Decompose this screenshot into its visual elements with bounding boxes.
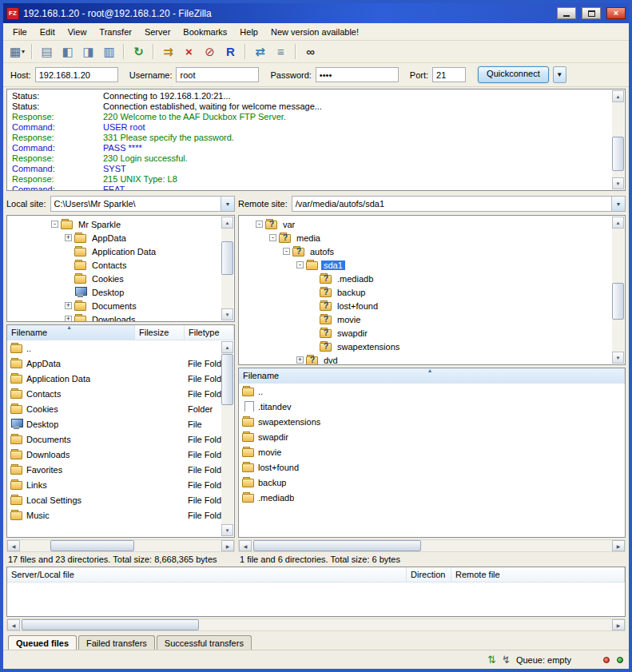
maximize-button[interactable]: [582, 7, 601, 19]
host-input[interactable]: [35, 67, 118, 82]
column-header-remote-file[interactable]: Remote file: [451, 567, 625, 582]
file-row-lost-found[interactable]: lost+found: [239, 459, 625, 475]
tree-node-mr-sparkle[interactable]: -Mr Sparkle: [7, 217, 220, 231]
quickconnect-dropdown-button[interactable]: ▼: [553, 66, 566, 83]
reconnect-button[interactable]: R: [221, 42, 240, 61]
expander-plus-icon[interactable]: +: [65, 316, 72, 322]
tree-node-contacts[interactable]: Contacts: [7, 258, 220, 272]
remote-site-combobox[interactable]: /var/media/autofs/sda1 ▼: [292, 196, 626, 212]
file-row-downloads[interactable]: DownloadsFile Folder: [7, 447, 234, 462]
synchronized-browsing-button[interactable]: ⇄: [250, 42, 270, 61]
tree-node-mediadb[interactable]: ?.mediadb: [239, 272, 610, 285]
tree-node-swapextensions[interactable]: ?swapextensions: [239, 340, 610, 353]
expander-minus-icon[interactable]: -: [296, 261, 304, 268]
local-site-dropdown-button[interactable]: ▼: [221, 197, 234, 211]
scrollbar-track[interactable]: [612, 102, 624, 177]
find-files-button[interactable]: ∞: [300, 42, 320, 61]
file-row-swapdir[interactable]: swapdir: [239, 429, 625, 444]
expander-minus-icon[interactable]: -: [51, 221, 58, 228]
tree-node-media[interactable]: -?media: [239, 231, 610, 245]
scroll-down-icon[interactable]: ▼: [612, 177, 624, 189]
scrollbar-track[interactable]: [20, 619, 612, 630]
tree-node-application-data[interactable]: Application Data: [7, 245, 220, 258]
file-row-favorites[interactable]: FavoritesFile Folder: [7, 462, 234, 477]
tab-failed-transfers[interactable]: Failed transfers: [78, 635, 155, 650]
file-row-contacts[interactable]: ContactsFile Folder: [7, 386, 234, 401]
file-row-links[interactable]: LinksFile Folder: [7, 477, 234, 492]
file-row-local-settings[interactable]: Local SettingsFile Folder: [7, 492, 234, 507]
file-row-cookies[interactable]: CookiesFolder: [7, 401, 234, 416]
title-bar[interactable]: FZ 192.168.1.20 - root@192.168.1.20 - Fi…: [3, 3, 629, 23]
quickconnect-button[interactable]: Quickconnect: [478, 66, 549, 83]
file-row-documents[interactable]: DocumentsFile Folder: [7, 431, 234, 447]
tab-successful-transfers[interactable]: Successful transfers: [157, 635, 252, 650]
port-input[interactable]: [432, 67, 466, 82]
scroll-up-icon[interactable]: ▲: [612, 90, 624, 102]
expander-minus-icon[interactable]: -: [283, 248, 290, 255]
menu-item-server[interactable]: Server: [138, 25, 177, 39]
process-queue-button[interactable]: ⇉: [158, 42, 178, 61]
log-scrollbar[interactable]: ▲ ▼: [612, 90, 624, 189]
menu-item-bookmarks[interactable]: Bookmarks: [177, 25, 233, 39]
file-row-parent-dir[interactable]: ..: [7, 340, 234, 356]
tree-node-swapdir[interactable]: ?swapdir: [239, 326, 610, 340]
tree-node-sda1[interactable]: -sda1: [239, 258, 610, 272]
local-tree-scrollbar[interactable]: ▲ ▼: [221, 217, 233, 320]
column-header-filename[interactable]: Filename: [7, 325, 135, 340]
toggle-local-tree-button[interactable]: ◧: [58, 42, 78, 61]
disconnect-button[interactable]: ⊘: [200, 42, 220, 61]
column-header-filetype[interactable]: Filetype: [185, 325, 234, 340]
username-input[interactable]: [176, 67, 259, 82]
socket-activity-icon[interactable]: ↯: [502, 654, 511, 665]
menu-item-new-version-available[interactable]: New version available!: [264, 25, 365, 39]
menu-item-transfer[interactable]: Transfer: [93, 25, 138, 39]
scrollbar-track[interactable]: [612, 229, 624, 352]
remote-horizontal-scrollbar[interactable]: ◀ ▶: [238, 539, 626, 552]
scrollbar-thumb[interactable]: [22, 619, 199, 630]
tree-node-cookies[interactable]: Cookies: [7, 272, 220, 285]
scrollbar-track[interactable]: [221, 353, 233, 524]
expander-minus-icon[interactable]: -: [269, 234, 276, 241]
expander-minus-icon[interactable]: -: [256, 221, 263, 228]
toggle-remote-tree-button[interactable]: ◨: [78, 42, 98, 61]
file-row-application-data[interactable]: Application DataFile Folder: [7, 371, 234, 386]
expander-plus-icon[interactable]: +: [65, 234, 72, 241]
scroll-right-icon[interactable]: ▶: [221, 540, 234, 551]
scroll-down-icon[interactable]: ▼: [221, 524, 233, 536]
local-horizontal-scrollbar[interactable]: ◀ ▶: [6, 539, 235, 552]
scroll-right-icon[interactable]: ▶: [612, 619, 625, 630]
site-manager-button[interactable]: ▦▾: [7, 42, 27, 61]
tree-node-autofs[interactable]: -?autofs: [239, 245, 610, 258]
close-button[interactable]: ×: [606, 7, 626, 19]
scrollbar-track[interactable]: [252, 540, 612, 551]
scrollbar-thumb[interactable]: [612, 283, 624, 320]
scrollbar-track[interactable]: [221, 229, 233, 308]
scroll-right-icon[interactable]: ▶: [612, 540, 625, 551]
file-row-appdata[interactable]: AppDataFile Folder: [7, 356, 234, 371]
tab-queued-files[interactable]: Queued files: [8, 635, 77, 650]
tree-node-downloads[interactable]: +Downloads: [7, 312, 220, 322]
menu-item-edit[interactable]: Edit: [34, 25, 62, 39]
file-row-swapextensions[interactable]: swapextensions: [239, 414, 625, 429]
tree-node-var[interactable]: -?var: [239, 217, 610, 231]
password-input[interactable]: [316, 67, 399, 82]
file-row-titandev[interactable]: .titandev: [239, 399, 625, 414]
file-row-mediadb[interactable]: .mediadb: [239, 490, 625, 505]
queue-horizontal-scrollbar[interactable]: ◀ ▶: [6, 618, 626, 631]
menu-item-file[interactable]: File: [6, 25, 34, 39]
column-header-filename[interactable]: Filename: [239, 368, 625, 383]
scroll-left-icon[interactable]: ◀: [7, 619, 20, 630]
minimize-button[interactable]: [557, 7, 576, 19]
tree-node-appdata[interactable]: +AppData: [7, 231, 220, 245]
tree-node-lost-found[interactable]: ?lost+found: [239, 299, 610, 312]
scrollbar-thumb[interactable]: [253, 540, 421, 551]
column-header-direction[interactable]: Direction: [407, 567, 451, 582]
tree-node-desktop[interactable]: Desktop: [7, 285, 220, 299]
scroll-up-icon[interactable]: ▲: [612, 217, 624, 229]
file-row-music[interactable]: MusicFile Folder: [7, 507, 234, 523]
menu-item-help[interactable]: Help: [233, 25, 264, 39]
tree-node-backup[interactable]: ?backup: [239, 285, 610, 299]
toggle-message-log-button[interactable]: ▤: [37, 42, 57, 61]
expander-plus-icon[interactable]: +: [65, 302, 72, 309]
file-row-desktop[interactable]: DesktopFile: [7, 416, 234, 431]
